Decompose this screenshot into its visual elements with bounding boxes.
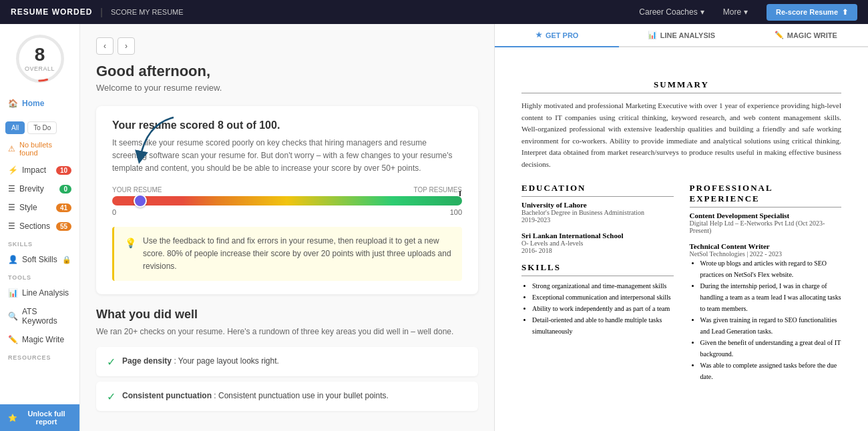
score-card: Your resume scored 8 out of 100. It seem…: [96, 106, 478, 294]
tab-line-analysis[interactable]: 📊 LINE ANALYSIS: [619, 24, 743, 47]
resume-education-title: EDUCATION: [521, 183, 674, 197]
style-label: Style: [19, 203, 37, 212]
more-label: More: [723, 7, 741, 17]
sections-badge: 55: [56, 222, 71, 231]
bullet-2: Was given training in regard to SEO func…: [700, 314, 842, 337]
more-menu[interactable]: More ▾: [723, 7, 748, 17]
soft-skills-icon: 👤: [8, 255, 18, 264]
job-1-company: NetSol Technologies | 2022 - 2023: [690, 250, 842, 258]
magic-write-tab-label: MAGIC WRITE: [787, 31, 837, 39]
well-desc: We ran 20+ checks on your resume. Here's…: [96, 327, 478, 336]
sidebar-home[interactable]: 🏠 Home: [0, 93, 79, 113]
score-marker: [134, 194, 147, 207]
check-desc-punctuation: : Consistent punctuation use in your bul…: [214, 391, 389, 400]
upload-icon: ⬆: [842, 8, 848, 17]
get-pro-label: GET PRO: [546, 31, 579, 39]
top-resume-marker: [459, 191, 461, 196]
brevity-badge: 0: [59, 185, 71, 193]
tab-get-pro[interactable]: ★ GET PRO: [495, 24, 619, 47]
sidebar-item-line-analysis[interactable]: 📊 Line Analysis: [0, 284, 79, 302]
job-0-title: Content Development Specialist: [690, 211, 842, 220]
unlock-icon: ⭐: [8, 414, 17, 422]
nav-arrows: ‹ ›: [96, 37, 478, 55]
line-analysis-label: Line Analysis: [22, 288, 69, 298]
home-label: Home: [22, 99, 44, 108]
skill-3: Detail-oriented and able to handle multi…: [532, 314, 674, 337]
score-card-desc: It seems like your resume scored poorly …: [112, 137, 462, 175]
check-text-page-density: Page density : Your page layout looks ri…: [122, 355, 279, 367]
resume-summary-title: SUMMARY: [521, 79, 841, 93]
sidebar-item-ats-keywords[interactable]: 🔍 ATS Keywords: [0, 302, 79, 330]
check-text-punctuation: Consistent punctuation : Consistent punc…: [122, 390, 389, 402]
filter-todo-tab[interactable]: To Do: [27, 121, 57, 134]
check-desc-page-density: : Your page layout looks right.: [174, 356, 278, 366]
tools-section-label: TOOls: [0, 269, 79, 284]
impact-label: Impact: [22, 165, 46, 175]
score-card-title: Your resume scored 8 out of 100.: [112, 119, 462, 131]
check-page-density: ✓ Page density : Your page layout looks …: [96, 347, 478, 376]
score-my-resume-link[interactable]: SCORE MY RESUME: [111, 8, 184, 16]
resume-two-col: EDUCATION University of Lahore Bachelor'…: [521, 177, 841, 390]
sidebar-item-magic-write[interactable]: ✏️ Magic Write: [0, 330, 79, 349]
svg-point-0: [18, 37, 62, 81]
school-1-name: Sri Lankan International School: [521, 232, 674, 240]
brand-logo: RESUME WORDED: [11, 7, 92, 17]
job-0-company: Digital Help Ltd – E-Networks Pvt Ltd (O…: [690, 220, 842, 234]
school-0-degree: Bachelor's Degree in Business Administra…: [521, 209, 674, 216]
resume-summary-text: Highly motivated and professional Market…: [521, 100, 841, 171]
score-bar-container: YOUR RESUME TOP RESUMES 0 100: [112, 186, 462, 216]
sidebar-item-soft-skills[interactable]: 👤 Soft Skills 🔒: [0, 250, 79, 269]
magic-write-label: Magic Write: [22, 335, 64, 344]
impact-icon: ⚡: [8, 165, 18, 175]
navbar: RESUME WORDED | SCORE MY RESUME Career C…: [0, 0, 868, 24]
resume-experience-col: PROFESSIONAL EXPERIENCE Content Developm…: [690, 177, 842, 390]
nav-next-button[interactable]: ›: [118, 37, 135, 55]
resume-skills-list: Strong organizational and time-managemen…: [532, 280, 674, 337]
sidebar-item-sections[interactable]: ☰ Sections 55: [0, 217, 79, 236]
score-bar-track: [112, 196, 462, 205]
bullet-1: During the internship period, I was in c…: [700, 280, 842, 314]
greeting-title: Good afternoon,: [96, 63, 478, 80]
check-label-punctuation: Consistent punctuation: [122, 391, 212, 400]
bullet-0: Wrote up blogs and articles with regard …: [700, 258, 842, 280]
skill-1: Exceptional communication and interperso…: [532, 292, 674, 303]
school-0-date: 2019-2023: [521, 216, 674, 224]
school-0-name: University of Lahore: [521, 201, 674, 209]
check-icon-page-density: ✓: [107, 356, 116, 368]
greeting-subtitle: Welcome to your resume review.: [96, 83, 478, 93]
tab-magic-write[interactable]: ✏️ MAGIC WRITE: [744, 24, 868, 47]
no-bullets-alert[interactable]: ⚠ No bullets found: [0, 137, 79, 161]
coaches-chevron-icon: ▾: [700, 7, 704, 17]
rescore-button[interactable]: Re-score Resume ⬆: [767, 4, 857, 21]
career-coaches-menu[interactable]: Career Coaches ▾: [639, 7, 704, 17]
check-punctuation: ✓ Consistent punctuation : Consistent pu…: [96, 382, 478, 411]
line-analysis-icon: 📊: [8, 288, 18, 298]
unlock-label: Unlock full report: [21, 410, 71, 426]
right-tabs: ★ GET PRO 📊 LINE ANALYSIS ✏️ MAGIC WRITE: [495, 24, 868, 47]
unlock-full-report-button[interactable]: ⭐ Unlock full report: [0, 404, 79, 431]
filter-all-tab[interactable]: All: [5, 121, 25, 134]
sidebar-item-impact[interactable]: ⚡ Impact 10: [0, 161, 79, 179]
magic-write-icon: ✏️: [8, 335, 18, 344]
sidebar-item-brevity[interactable]: ☰ Brevity 0: [0, 179, 79, 198]
brevity-icon: ☰: [8, 184, 15, 193]
skill-0: Strong organizational and time-managemen…: [532, 280, 674, 292]
style-badge: 41: [56, 203, 71, 212]
resume-experience-title: PROFESSIONAL EXPERIENCE: [690, 183, 842, 207]
nav-prev-button[interactable]: ‹: [96, 37, 114, 55]
skills-section-label: SKILLS: [0, 236, 79, 250]
sidebar-item-style[interactable]: ☰ Style 41: [0, 198, 79, 217]
resume-job-1: Technical Content Writer NetSol Technolo…: [690, 242, 842, 382]
score-arc-svg: [16, 35, 64, 83]
ats-keywords-label: ATS Keywords: [22, 307, 71, 326]
tip-lightbulb-icon: 💡: [125, 236, 136, 274]
school-1-date: 2016- 2018: [521, 247, 674, 254]
ats-keywords-icon: 🔍: [8, 312, 18, 321]
resume-job-0: Content Development Specialist Digital H…: [690, 211, 842, 234]
bar-min-label: 0: [112, 208, 116, 216]
check-label-page-density: Page density: [122, 356, 172, 366]
sections-icon: ☰: [8, 222, 15, 231]
tip-text: Use the feedback to find and fix errors …: [143, 235, 451, 274]
job-1-title: Technical Content Writer: [690, 242, 842, 250]
get-pro-star-icon: ★: [535, 31, 542, 39]
